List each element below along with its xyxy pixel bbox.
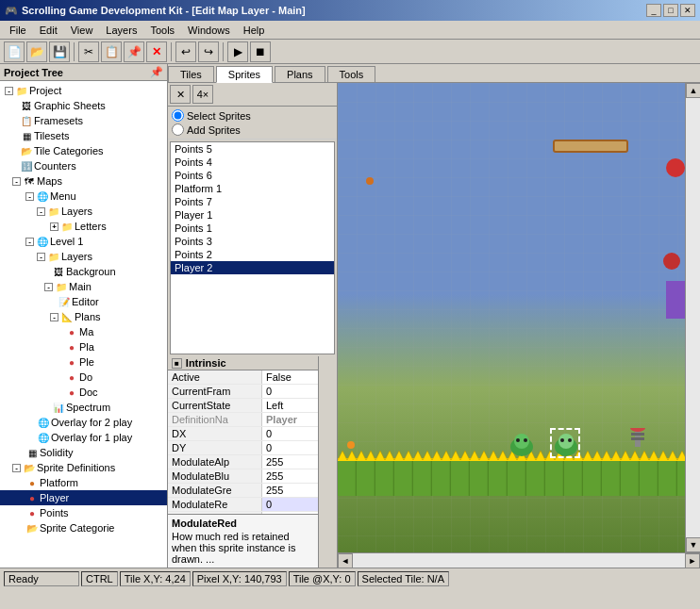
tab-tools[interactable]: Tools: [327, 66, 376, 82]
prop-val-currentframe[interactable]: 0: [262, 385, 318, 398]
tab-plans[interactable]: Plans: [275, 66, 325, 82]
prop-val-currentstate[interactable]: Left: [262, 399, 318, 412]
maximize-button[interactable]: □: [663, 4, 678, 17]
open-button[interactable]: 📂: [26, 41, 47, 62]
map-area[interactable]: [338, 83, 685, 552]
tree-item-main-editor[interactable]: 📝 Editor: [0, 294, 167, 309]
tree-item-tile-cats[interactable]: 📂 Tile Categories: [0, 143, 167, 158]
delete-button[interactable]: ✕: [146, 41, 167, 62]
copy-button[interactable]: 📋: [101, 41, 122, 62]
tree-item-solidity[interactable]: ▦ Solidity: [0, 445, 167, 460]
redo-button[interactable]: ↪: [198, 41, 219, 62]
radio-select-input[interactable]: [172, 109, 184, 122]
sprite-item-9[interactable]: Player 2: [171, 261, 334, 274]
collapse-btn[interactable]: ■: [172, 358, 182, 369]
expand-main[interactable]: -: [44, 283, 53, 291]
tree-item-spectrum[interactable]: 📊 Spectrum: [0, 400, 167, 415]
tree-item-plan-pla[interactable]: ● Pla: [0, 339, 167, 354]
tab-tiles[interactable]: Tiles: [168, 66, 214, 82]
tree-item-tilesets[interactable]: ▦ Tilesets: [0, 128, 167, 143]
tree-item-graphic-sheets[interactable]: 🖼 Graphic Sheets: [0, 98, 167, 113]
expand-menu-layers[interactable]: -: [37, 207, 45, 216]
prop-val-dy[interactable]: 0: [262, 441, 318, 454]
tree-item-sprite-defs[interactable]: - 📂 Sprite Definitions: [0, 460, 167, 475]
sprite-zoom-btn[interactable]: 4×: [192, 85, 213, 104]
expand-sprite-defs[interactable]: -: [12, 464, 21, 472]
undo-button[interactable]: ↩: [175, 41, 196, 62]
expand-letters[interactable]: +: [50, 222, 58, 231]
cut-button[interactable]: ✂: [78, 41, 99, 62]
prop-val-active[interactable]: False: [262, 370, 318, 384]
radio-select[interactable]: Select Sprites: [172, 108, 333, 123]
radio-add[interactable]: Add Sprites: [172, 123, 333, 137]
expand-main-plans[interactable]: -: [50, 313, 58, 321]
new-button[interactable]: 📄: [4, 41, 25, 62]
tree-item-background[interactable]: 🖼 Backgroun: [0, 264, 167, 279]
scroll-track[interactable]: [686, 98, 700, 537]
tree-item-framesets[interactable]: 📋 Framesets: [0, 113, 167, 128]
menu-windows[interactable]: Windows: [182, 24, 236, 37]
sprite-close-btn[interactable]: ✕: [170, 85, 191, 104]
v-scrollbar[interactable]: ▲ ▼: [685, 83, 700, 552]
tree-item-platform[interactable]: ● Platform: [0, 475, 167, 490]
sprite-item-6[interactable]: Points 1: [171, 222, 334, 235]
menu-edit[interactable]: Edit: [34, 24, 63, 37]
expand-level1[interactable]: -: [25, 238, 34, 246]
tab-sprites[interactable]: Sprites: [216, 66, 273, 83]
sprite-item-7[interactable]: Points 3: [171, 235, 334, 248]
expand-project[interactable]: -: [5, 87, 13, 95]
tree-item-main-plans[interactable]: - 📐 Plans: [0, 309, 167, 324]
close-button[interactable]: ✕: [680, 4, 695, 17]
tree-item-project[interactable]: - 📁 Project: [0, 83, 167, 98]
scroll-down-btn[interactable]: ▼: [686, 537, 700, 552]
scroll-up-btn[interactable]: ▲: [686, 83, 700, 98]
play-button[interactable]: ▶: [227, 41, 248, 62]
tree-item-plan-ple[interactable]: ● Ple: [0, 354, 167, 370]
tree-pin-icon[interactable]: 📌: [150, 66, 163, 78]
prop-val-modulategreen[interactable]: 255: [262, 484, 318, 497]
save-button[interactable]: 💾: [49, 41, 70, 62]
tree-item-points[interactable]: ● Points: [0, 505, 167, 520]
expand-menu[interactable]: -: [25, 192, 34, 201]
expand-maps[interactable]: -: [12, 177, 21, 186]
sprite-item-5[interactable]: Player 1: [171, 208, 334, 222]
tree-item-level1[interactable]: - 🌐 Level 1: [0, 234, 167, 249]
tree-item-plan-do[interactable]: ● Do: [0, 370, 167, 385]
tree-item-player[interactable]: ● Player: [0, 490, 167, 505]
tree-item-menu-layers[interactable]: - 📁 Layers: [0, 204, 167, 219]
tree-item-overlay2[interactable]: 🌐 Overlay for 2 play: [0, 415, 167, 430]
sprite-item-2[interactable]: Points 6: [171, 169, 334, 182]
h-scroll-track[interactable]: [353, 553, 685, 568]
sprite-item-8[interactable]: Points 2: [171, 248, 334, 261]
prop-val-dx[interactable]: 0: [262, 427, 318, 440]
prop-val-modulatealpha[interactable]: 255: [262, 455, 318, 469]
tree-item-maps[interactable]: - 🗺 Maps: [0, 173, 167, 189]
tree-item-overlay1[interactable]: 🌐 Overlay for 1 play: [0, 430, 167, 445]
tree-item-main[interactable]: - 📁 Main: [0, 279, 167, 294]
expand-l1-layers[interactable]: -: [37, 253, 45, 261]
scroll-right-btn[interactable]: ►: [685, 553, 700, 568]
prop-val-modulateblue[interactable]: 255: [262, 469, 318, 483]
tree-item-sprite-cats[interactable]: 📂 Sprite Categorie: [0, 520, 167, 535]
tree-item-plan-ma[interactable]: ● Ma: [0, 324, 167, 339]
tree-item-menu[interactable]: - 🌐 Menu: [0, 189, 167, 204]
tree-item-counters[interactable]: 🔢 Counters: [0, 158, 167, 173]
scroll-left-btn[interactable]: ◄: [338, 553, 353, 568]
tree-item-letters[interactable]: + 📁 Letters: [0, 219, 167, 234]
stop-button[interactable]: ⏹: [250, 41, 271, 62]
tree-item-plan-doc[interactable]: ● Doc: [0, 385, 167, 400]
sprite-item-3[interactable]: Platform 1: [171, 182, 334, 195]
paste-button[interactable]: 📌: [124, 41, 144, 62]
menu-view[interactable]: View: [65, 24, 99, 37]
sprite-item-4[interactable]: Points 7: [171, 195, 334, 208]
menu-layers[interactable]: Layers: [100, 24, 142, 37]
tree-item-level1-layers[interactable]: - 📁 Layers: [0, 249, 167, 264]
minimize-button[interactable]: _: [646, 4, 661, 17]
sprite-item-0[interactable]: Points 5: [171, 142, 334, 156]
menu-file[interactable]: File: [4, 24, 32, 37]
radio-add-input[interactable]: [172, 123, 184, 136]
sprite-list[interactable]: Points 5 Points 4 Points 6 Platform 1 Po…: [170, 141, 335, 354]
sprite-item-1[interactable]: Points 4: [171, 156, 334, 169]
menu-tools[interactable]: Tools: [144, 24, 180, 37]
prop-val-modulatered[interactable]: 0: [262, 498, 318, 511]
